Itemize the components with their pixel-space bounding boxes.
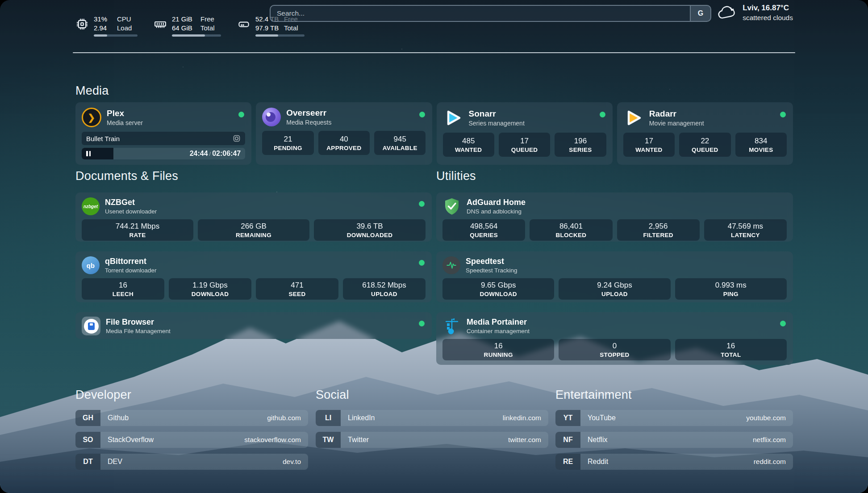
memory-icon xyxy=(154,17,167,31)
playback-progress-bar: 24:44/02:06:47 xyxy=(82,148,245,159)
service-card-nzbget[interactable]: nzbget NZBGet Usenet downloader 744.21 M… xyxy=(75,192,432,242)
disk-total-value: 97.9 TB xyxy=(255,24,279,33)
speedtest-icon xyxy=(442,256,460,274)
service-name: File Browser xyxy=(106,317,171,327)
bookmark-name: DEV xyxy=(108,458,283,466)
service-subtitle: Media Requests xyxy=(286,118,331,126)
bookmark-url: reddit.com xyxy=(754,458,786,466)
bookmark-name: Github xyxy=(108,414,267,422)
status-dot xyxy=(238,112,244,117)
cpu-icon xyxy=(75,17,89,31)
memory-progress-bar xyxy=(172,34,221,37)
section-heading-utilities: Utilities xyxy=(436,169,476,183)
nzbget-icon: nzbget xyxy=(82,197,100,215)
stat-tile: 9.24 GbpsUPLOAD xyxy=(559,278,670,300)
service-subtitle: Media server xyxy=(107,119,143,127)
search-input[interactable] xyxy=(271,6,690,21)
sonarr-icon xyxy=(443,108,463,128)
cpu-usage-label: CPU xyxy=(117,15,138,24)
stat-tile: 16RUNNING xyxy=(442,339,554,360)
topbar-divider xyxy=(73,52,795,53)
overseerr-icon xyxy=(262,108,281,126)
bookmark-linkedin[interactable]: LI LinkedIn linkedin.com xyxy=(316,410,548,426)
pause-icon[interactable] xyxy=(86,151,91,156)
search-bar: G xyxy=(270,5,711,22)
search-engine-button[interactable]: G xyxy=(690,6,710,21)
service-card-filebrowser[interactable]: File Browser Media File Management xyxy=(75,312,432,339)
stat-tile: 744.21 MbpsRATE xyxy=(82,219,193,241)
memory-free-value: 21 GiB xyxy=(172,15,192,24)
bookmark-abbr: YT xyxy=(555,410,580,426)
status-dot xyxy=(780,321,786,326)
service-subtitle: Speedtest Tracking xyxy=(466,267,517,275)
bookmark-name: Reddit xyxy=(588,458,754,466)
service-card-speedtest[interactable]: Speedtest Speedtest Tracking 9.65 GbpsDO… xyxy=(436,251,793,302)
cpu-progress-bar xyxy=(94,34,138,37)
bookmark-url: youtube.com xyxy=(746,414,786,422)
stat-tile: 0.993 msPING xyxy=(675,278,787,300)
stat-tile: 17QUEUED xyxy=(499,133,550,157)
bookmark-url: dev.to xyxy=(283,458,301,466)
service-card-plex[interactable]: ❯ Plex Media server Bullet Train xyxy=(75,102,251,165)
stat-tile: 9.65 GbpsDOWNLOAD xyxy=(442,278,554,300)
playback-time: 24:44/02:06:47 xyxy=(190,150,241,158)
stat-tile: 16TOTAL xyxy=(675,339,787,360)
disk-progress-bar xyxy=(255,34,305,37)
bookmark-abbr: SO xyxy=(75,432,100,448)
bookmark-url: github.com xyxy=(267,414,301,422)
service-card-overseerr[interactable]: Overseerr Media Requests 21PENDING 40APP… xyxy=(256,102,432,165)
cloud-icon xyxy=(717,4,737,21)
service-card-adguard[interactable]: AdGuard Home DNS and adblocking 498,564Q… xyxy=(436,192,793,242)
bookmark-dev[interactable]: DT DEV dev.to xyxy=(75,454,308,470)
bookmark-column-entertainment: YT YouTube youtube.com NF Netflix netfli… xyxy=(555,410,793,476)
service-card-qbittorrent[interactable]: qb qBittorrent Torrent downloader 16LEEC… xyxy=(75,251,432,302)
service-subtitle: Usenet downloader xyxy=(105,208,157,216)
service-subtitle: Media File Management xyxy=(106,327,171,335)
weather-location: Lviv, 16.87°C xyxy=(743,3,793,13)
cpu-stat-widget: 31%CPU 2.94Load xyxy=(75,15,138,37)
radarr-icon xyxy=(623,108,644,128)
dashboard: 31%CPU 2.94Load 21 GiBFree 64 GiBTotal xyxy=(0,0,868,493)
adguard-icon xyxy=(442,197,461,216)
service-name: Media Portainer xyxy=(467,317,530,327)
bookmark-youtube[interactable]: YT YouTube youtube.com xyxy=(555,410,793,426)
service-name: Speedtest xyxy=(466,256,517,267)
section-heading-developer: Developer xyxy=(75,388,131,402)
status-dot xyxy=(419,112,425,117)
service-name: Plex xyxy=(107,108,143,119)
filebrowser-icon xyxy=(82,317,100,335)
portainer-icon xyxy=(442,317,461,335)
bookmark-abbr: GH xyxy=(75,410,100,426)
bookmark-stackoverflow[interactable]: SO StackOverflow stackoverflow.com xyxy=(75,432,308,448)
bookmark-url: stackoverflow.com xyxy=(244,436,301,444)
service-name: Radarr xyxy=(649,109,704,119)
bookmark-github[interactable]: GH Github github.com xyxy=(75,410,308,426)
bookmark-column-social: LI LinkedIn linkedin.com TW Twitter twit… xyxy=(316,410,548,454)
bookmark-netflix[interactable]: NF Netflix netflix.com xyxy=(555,432,793,448)
memory-total-value: 64 GiB xyxy=(172,24,192,33)
service-card-sonarr[interactable]: Sonarr Series management 485WANTED 17QUE… xyxy=(437,102,613,165)
stat-tile: 21PENDING xyxy=(262,131,313,155)
bookmark-abbr: RE xyxy=(555,454,580,470)
bookmark-name: YouTube xyxy=(588,414,746,422)
service-card-portainer[interactable]: Media Portainer Container management 16R… xyxy=(436,312,793,365)
status-dot xyxy=(419,321,425,326)
status-dot xyxy=(419,201,425,207)
stat-tile: 945AVAILABLE xyxy=(374,131,426,155)
video-icon xyxy=(233,134,241,142)
service-name: Sonarr xyxy=(469,109,525,119)
bookmark-url: linkedin.com xyxy=(503,414,541,422)
bookmark-twitter[interactable]: TW Twitter twitter.com xyxy=(316,432,548,448)
service-subtitle: Torrent downloader xyxy=(105,267,157,275)
bookmark-abbr: LI xyxy=(316,410,341,426)
status-dot xyxy=(780,112,786,117)
stat-tile: 196SERIES xyxy=(555,133,606,157)
stat-tile: 1.19 GbpsDOWNLOAD xyxy=(169,278,251,300)
cpu-load-value: 2.94 xyxy=(94,24,107,33)
service-card-radarr[interactable]: Radarr Movie management 17WANTED 22QUEUE… xyxy=(617,102,793,165)
cpu-usage-value: 31% xyxy=(94,15,107,24)
bookmark-reddit[interactable]: RE Reddit reddit.com xyxy=(555,454,793,470)
stat-tile: 618.52 MbpsUPLOAD xyxy=(343,278,426,300)
stat-tile: 16LEECH xyxy=(82,278,164,300)
stat-tile: 471SEED xyxy=(256,278,338,300)
